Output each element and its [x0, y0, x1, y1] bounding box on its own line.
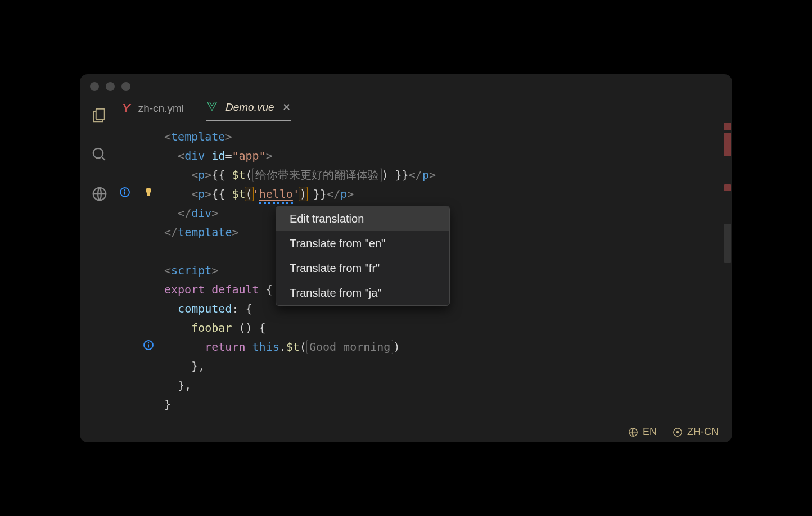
- status-target-lang[interactable]: ZH-CN: [673, 426, 719, 438]
- editor-area: Y zh-cn.yml Demo.vue ✕ <template> <div i…: [119, 98, 732, 422]
- globe-icon[interactable]: [91, 185, 108, 205]
- yaml-icon: Y: [122, 101, 130, 116]
- lightbulb-icon[interactable]: [143, 184, 154, 203]
- search-icon[interactable]: [91, 146, 108, 165]
- menu-translate-from-ja[interactable]: Translate from "ja": [276, 280, 449, 305]
- close-icon[interactable]: ✕: [282, 101, 291, 114]
- target-icon: [673, 427, 683, 437]
- info-icon[interactable]: [143, 337, 154, 356]
- status-bar: EN ZH-CN: [80, 422, 732, 442]
- minimap[interactable]: [720, 123, 732, 325]
- traffic-lights: [80, 74, 141, 91]
- globe-icon: [628, 427, 638, 437]
- svg-rect-0: [96, 108, 105, 119]
- svg-point-1: [93, 148, 103, 158]
- explorer-icon[interactable]: [91, 107, 108, 126]
- svg-point-8: [148, 342, 149, 343]
- traffic-minimize[interactable]: [106, 82, 115, 91]
- svg-point-12: [676, 431, 679, 433]
- menu-translate-from-fr[interactable]: Translate from "fr": [276, 256, 449, 280]
- svg-point-4: [124, 189, 125, 190]
- translation-hint: Good morning: [306, 340, 394, 354]
- code-action-menu: Edit translation Translate from "en" Tra…: [276, 206, 450, 306]
- status-label: EN: [643, 426, 657, 438]
- svg-rect-5: [124, 191, 125, 194]
- tab-label: zh-cn.yml: [138, 102, 184, 115]
- status-label: ZH-CN: [687, 426, 719, 438]
- menu-translate-from-en[interactable]: Translate from "en": [276, 231, 449, 256]
- editor-window: Y zh-cn.yml Demo.vue ✕ <template> <div i…: [80, 74, 732, 442]
- traffic-close[interactable]: [90, 82, 99, 91]
- tab-label: Demo.vue: [225, 101, 274, 114]
- tabs: Y zh-cn.yml Demo.vue ✕: [119, 98, 732, 121]
- vue-icon: [206, 101, 218, 115]
- menu-edit-translation[interactable]: Edit translation: [276, 206, 449, 231]
- activity-bar: [80, 98, 119, 422]
- status-source-lang[interactable]: EN: [628, 426, 657, 438]
- translation-hint: 给你带来更好的翻译体验: [252, 168, 382, 182]
- svg-rect-9: [148, 344, 149, 347]
- info-icon[interactable]: [119, 184, 130, 203]
- traffic-zoom[interactable]: [121, 82, 130, 91]
- svg-rect-6: [147, 194, 150, 196]
- tab-zh-cn-yml[interactable]: Y zh-cn.yml: [122, 101, 184, 121]
- code-editor[interactable]: <template> <div id="app"> <p>{{ $t(给你带来更…: [119, 121, 732, 414]
- tab-demo-vue[interactable]: Demo.vue ✕: [206, 101, 291, 121]
